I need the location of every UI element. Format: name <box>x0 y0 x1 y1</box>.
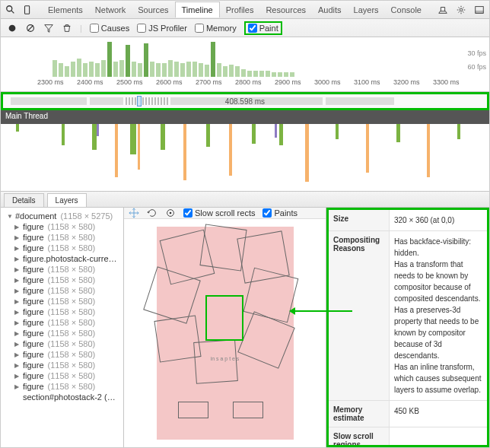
paint-checkbox[interactable]: Paint <box>244 21 282 35</box>
svg-point-3 <box>460 8 463 11</box>
rotate-icon[interactable] <box>147 208 158 218</box>
svg-point-10 <box>170 212 172 214</box>
thread-header: Main Thread <box>1 110 489 124</box>
svg-point-6 <box>9 24 16 31</box>
layer-canvas[interactable]: in s a p t e s <box>124 219 326 447</box>
gear-icon[interactable] <box>456 5 466 15</box>
tree-figure[interactable]: ▶figure(1158 × 580) <box>2 328 122 338</box>
memory-label: Memory <box>206 24 237 33</box>
paint-label: Paint <box>259 24 278 33</box>
prop-reasons-key: Compositing Reasons <box>329 231 390 400</box>
tree-figure[interactable]: ▶figure(1158 × 580) <box>2 296 122 307</box>
tree-figure[interactable]: ▶figure(1158 × 580) <box>2 232 122 243</box>
tab-audits[interactable]: Audits <box>312 2 348 17</box>
memory-checkbox[interactable]: Memory <box>195 24 237 33</box>
frame-duration: 408.598 ms <box>225 97 265 106</box>
drawer-icon[interactable] <box>438 5 448 15</box>
tree-figure[interactable]: ▶figure(1158 × 580) <box>2 370 122 381</box>
tab-layers-detail[interactable]: Layers <box>47 193 87 207</box>
prop-size-key: Size <box>329 210 390 230</box>
tree-figure[interactable]: ▶figure(1158 × 580) <box>2 307 122 317</box>
frame-scrubber[interactable]: 408.598 ms <box>1 92 489 110</box>
svg-point-0 <box>7 5 12 11</box>
causes-label: Causes <box>101 24 129 33</box>
record-icon[interactable] <box>7 23 18 33</box>
tree-figure[interactable]: ▶figure(1158 × 580) <box>2 264 122 275</box>
device-icon[interactable] <box>22 5 33 15</box>
detail-tabs: Details Layers <box>1 191 489 208</box>
tree-figure[interactable]: ▶figure(1158 × 580) <box>2 221 122 232</box>
fps-bars <box>7 40 483 77</box>
tab-profiles[interactable]: Profiles <box>220 2 260 17</box>
causes-checkbox[interactable]: Causes <box>90 24 129 33</box>
tree-figure[interactable]: ▶figure(1158 × 580) <box>2 285 122 296</box>
clear-icon[interactable] <box>25 23 36 33</box>
tab-details[interactable]: Details <box>4 193 44 207</box>
paints-checkbox[interactable]: Paints <box>262 208 298 218</box>
tree-figure[interactable]: ▶figure(1158 × 580) <box>2 243 122 253</box>
tab-network[interactable]: Network <box>89 2 132 17</box>
tree-figure[interactable]: ▶figure(1158 × 580) <box>2 360 122 370</box>
layer-properties: Size320 × 360 (at 0,0) Compositing Reaso… <box>326 208 489 447</box>
tree-figure[interactable]: ▶figure.photostack-curre… <box>2 253 122 264</box>
tree-figure[interactable]: ▶figure(1158 × 580) <box>2 349 122 360</box>
prop-memory-val: 450 KB <box>390 401 487 427</box>
page-layer: in s a p t e s <box>157 227 294 440</box>
tab-layers[interactable]: Layers <box>348 2 385 17</box>
viewport-toolbar: Slow scroll rects Paints <box>124 208 326 219</box>
jsprofiler-checkbox[interactable]: JS Profiler <box>137 24 187 33</box>
prop-scroll-val <box>390 427 487 447</box>
tree-section[interactable]: section#photostack-2 (… <box>2 392 122 402</box>
caption-text: in s a p t e s <box>157 356 294 361</box>
tab-console[interactable]: Console <box>385 2 428 17</box>
fps-overview[interactable]: 30 fps 60 fps 2300 ms2400 ms2500 ms2600 … <box>1 37 489 92</box>
svg-line-8 <box>28 25 33 30</box>
tree-figure[interactable]: ▶figure(1158 × 580) <box>2 381 122 392</box>
tab-timeline[interactable]: Timeline <box>175 2 220 17</box>
tree-figure[interactable]: ▶figure(1158 × 580) <box>2 275 122 285</box>
prop-scroll-key: Slow scroll regions <box>329 427 390 447</box>
jsprofiler-label: JS Profiler <box>148 24 187 33</box>
fps-60-label: 60 fps <box>467 63 486 71</box>
lower-panel: ▼#document(1158 × 5275) ▶figure(1158 × 5… <box>1 208 489 447</box>
timeline-toolbar: | Causes JS Profiler Memory Paint <box>1 19 489 37</box>
filter-icon[interactable] <box>43 23 54 33</box>
svg-rect-5 <box>476 10 484 13</box>
tree-figure[interactable]: ▶figure(1158 × 580) <box>2 338 122 349</box>
garbage-icon[interactable] <box>62 23 72 33</box>
move-icon[interactable] <box>129 208 139 218</box>
highlight-arrow <box>291 310 352 312</box>
selected-layer[interactable] <box>205 295 243 341</box>
reset-icon[interactable] <box>165 208 176 218</box>
time-ruler: 2300 ms2400 ms2500 ms2600 ms2700 ms2800 … <box>7 78 483 86</box>
layer-viewport: Slow scroll rects Paints in s a p t e s <box>124 208 326 447</box>
layer-tree[interactable]: ▼#document(1158 × 5275) ▶figure(1158 × 5… <box>1 208 124 447</box>
svg-rect-2 <box>25 5 30 14</box>
panel-tabs: Elements Network Sources Timeline Profil… <box>42 2 428 17</box>
flame-chart[interactable] <box>1 124 489 191</box>
prop-reasons-val: Has backface-visibility: hidden.Has a tr… <box>390 231 487 400</box>
tab-resources[interactable]: Resources <box>259 2 312 17</box>
tree-document[interactable]: ▼#document(1158 × 5275) <box>2 211 122 221</box>
tab-elements[interactable]: Elements <box>42 2 89 17</box>
fps-30-label: 30 fps <box>467 49 486 57</box>
main-toolbar: Elements Network Sources Timeline Profil… <box>1 1 489 19</box>
prop-size-val: 320 × 360 (at 0,0) <box>390 210 487 230</box>
tree-figure[interactable]: ▶figure(1158 × 580) <box>2 317 122 328</box>
svg-line-1 <box>11 10 14 13</box>
search-icon[interactable] <box>5 5 16 15</box>
tab-sources[interactable]: Sources <box>132 2 174 17</box>
slow-scroll-checkbox[interactable]: Slow scroll rects <box>183 208 255 218</box>
prop-memory-key: Memory estimate <box>329 401 390 427</box>
dock-icon[interactable] <box>474 5 485 15</box>
